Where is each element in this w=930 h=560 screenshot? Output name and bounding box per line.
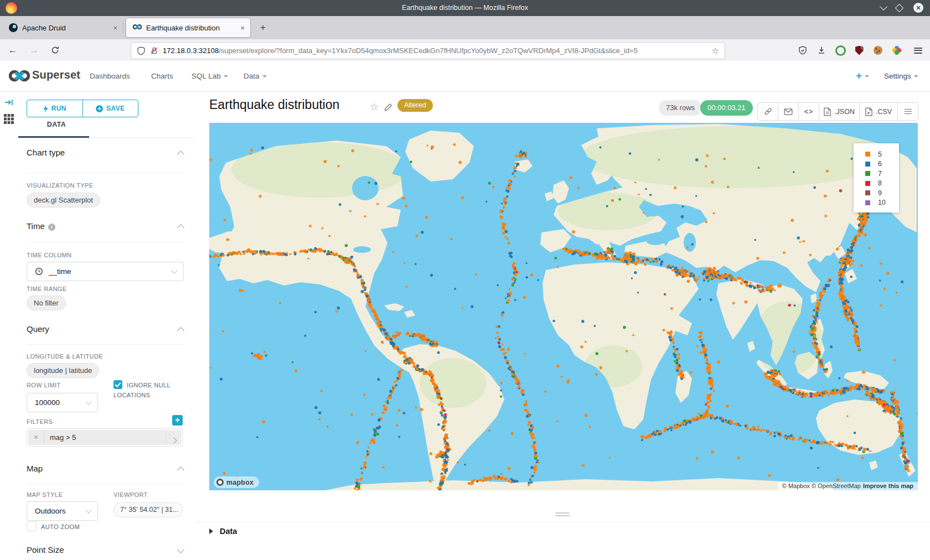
tab-data[interactable]: DATA	[18, 121, 95, 128]
remove-filter-icon[interactable]: ×	[28, 430, 44, 445]
superset-logo-icon[interactable]	[9, 69, 30, 83]
back-button[interactable]: ←	[6, 43, 20, 58]
chevron-right-icon	[209, 528, 213, 534]
export-csv-button[interactable]: .CSV	[859, 103, 897, 120]
filter-container: × mag > 5	[27, 428, 183, 447]
filter-expression: mag > 5	[44, 433, 166, 442]
run-button[interactable]: RUN	[27, 100, 82, 117]
window-titlebar: Earthquake distribution — Mozilla Firefo…	[0, 0, 930, 16]
chevron-up-icon[interactable]	[177, 466, 184, 474]
altered-badge: Altered	[397, 99, 433, 112]
filter-item[interactable]: × mag > 5	[28, 430, 181, 445]
envelope-icon	[784, 108, 793, 115]
legend-item: 9	[854, 188, 899, 198]
new-tab-button[interactable]: +	[256, 20, 270, 35]
row-limit-select[interactable]: 100000	[27, 393, 98, 412]
menu-hamburger-icon[interactable]	[911, 43, 925, 58]
plus-circle-icon: +	[96, 105, 103, 112]
cookie-extension-icon[interactable]	[871, 43, 885, 58]
nav-data[interactable]: Data	[244, 61, 267, 91]
chevron-down-icon	[85, 507, 91, 513]
time-column-value: __time	[49, 267, 71, 276]
url-bar[interactable]: 172.18.0.3:32108 /superset/explore/?form…	[131, 42, 725, 59]
nav-sql-lab[interactable]: SQL Lab	[192, 61, 228, 91]
tracking-shield-icon[interactable]	[131, 46, 150, 55]
menu-icon	[905, 107, 912, 115]
brand-name[interactable]: Superset	[32, 69, 80, 81]
download-icon[interactable]	[814, 43, 829, 58]
new-item-button[interactable]: +	[856, 61, 869, 91]
mapbox-logo[interactable]: mapbox	[214, 476, 259, 488]
file-icon	[824, 107, 831, 116]
legend-swatch	[865, 162, 870, 167]
more-menu-button[interactable]	[897, 103, 918, 120]
reload-button[interactable]	[48, 43, 62, 58]
nav-settings[interactable]: Settings	[884, 61, 918, 91]
viz-type-value[interactable]: deck.gl Scatterplot	[27, 193, 100, 208]
export-json-button[interactable]: .JSON	[819, 103, 859, 120]
divider	[27, 242, 184, 242]
tab-close-icon[interactable]: ×	[113, 24, 117, 32]
viewport-value[interactable]: 7° 35' 54.02" | 31...	[113, 502, 183, 517]
ignore-null-checkbox[interactable]	[113, 380, 122, 389]
time-column-label: TIME COLUMN	[27, 252, 71, 258]
forward-button[interactable]: →	[27, 43, 41, 58]
section-point-size[interactable]: Point Size	[27, 545, 64, 554]
divider	[27, 173, 184, 173]
bookmark-star-icon[interactable]: ☆	[706, 46, 725, 56]
container-pinwheel-icon[interactable]	[890, 43, 904, 58]
chevron-down-icon	[914, 75, 918, 77]
edit-pencil-icon[interactable]	[384, 103, 392, 111]
bolt-icon	[43, 105, 48, 112]
favorite-star-icon[interactable]: ☆	[370, 101, 379, 113]
add-filter-button[interactable]: +	[172, 415, 183, 426]
tab-apache-druid[interactable]: Apache Druid ×	[2, 16, 123, 39]
window-maximize-icon[interactable]	[895, 3, 904, 12]
section-time[interactable]: Timei	[27, 221, 55, 231]
extension-green-icon[interactable]	[833, 43, 848, 58]
map-attribution: © Mapbox © OpenStreetMapImprove this map	[778, 482, 918, 490]
chevron-up-icon[interactable]	[177, 224, 184, 231]
save-button[interactable]: + SAVE	[82, 100, 138, 117]
embed-code-button[interactable]: <>	[798, 103, 819, 120]
nav-charts[interactable]: Charts	[151, 61, 173, 91]
legend-item: 6	[854, 159, 899, 169]
insecure-lock-icon[interactable]	[150, 46, 163, 55]
tab-close-icon[interactable]: ×	[240, 24, 245, 32]
tab-earthquake-distribution[interactable]: Earthquake distribution ×	[126, 18, 250, 37]
chevron-down-icon[interactable]	[177, 546, 184, 553]
lonlat-value[interactable]: longitude | latitude	[27, 363, 99, 378]
expand-panel-icon[interactable]	[4, 98, 13, 106]
chart-title: Earthquake distribution	[209, 97, 339, 112]
chevron-right-icon[interactable]	[166, 433, 181, 443]
resize-grip[interactable]	[555, 512, 570, 518]
scatter-layer	[209, 123, 918, 490]
nav-dashboards[interactable]: Dashboards	[90, 61, 130, 91]
auto-zoom-checkbox[interactable]	[27, 521, 37, 531]
time-column-select[interactable]: __time	[27, 262, 184, 281]
chevron-up-icon[interactable]	[177, 151, 184, 158]
time-range-value[interactable]: No filter	[27, 295, 66, 310]
row-limit-value: 100000	[35, 398, 60, 407]
application-window: Earthquake distribution — Mozilla Firefo…	[0, 0, 930, 560]
window-minimize-icon[interactable]	[880, 3, 887, 11]
dataset-grid-icon[interactable]	[4, 114, 14, 124]
magnitude-legend: 5 6 7 8 9 10	[854, 143, 899, 212]
ublock-shield-icon[interactable]: 2	[852, 43, 866, 58]
share-link-button[interactable]	[758, 103, 778, 120]
email-button[interactable]	[778, 103, 798, 120]
mapbox-icon	[216, 479, 224, 486]
section-chart-type[interactable]: Chart type	[27, 148, 65, 157]
window-close-button[interactable]: ✕	[913, 3, 923, 13]
section-map[interactable]: Map	[27, 464, 43, 473]
chevron-up-icon[interactable]	[177, 327, 184, 334]
section-query[interactable]: Query	[27, 324, 49, 334]
info-icon: i	[48, 224, 55, 231]
deckgl-map[interactable]: 5 6 7 8 9 10 mapbox © Mapbox © OpenStree…	[209, 123, 918, 490]
data-panel-toggle[interactable]: Data	[209, 527, 237, 536]
map-style-select[interactable]: Outdoors	[27, 501, 98, 521]
viz-type-label: VISUALIZATION TYPE	[27, 182, 94, 189]
protections-shield-icon[interactable]	[795, 43, 810, 58]
map-style-value: Outdoors	[35, 507, 66, 515]
improve-map-link[interactable]: Improve this map	[863, 483, 913, 489]
